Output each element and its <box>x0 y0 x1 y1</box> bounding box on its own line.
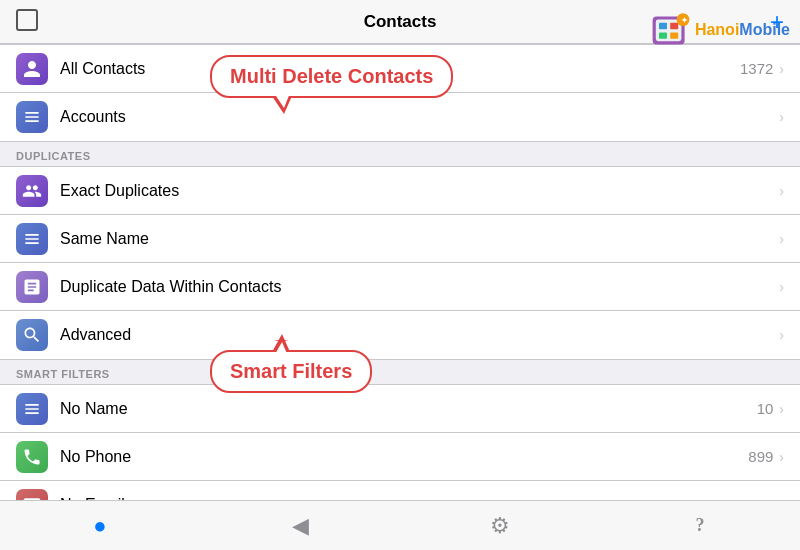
svg-rect-3 <box>670 23 678 29</box>
exact-duplicates-icon <box>16 175 48 207</box>
no-name-count: 10 <box>757 400 774 417</box>
header-title: Contacts <box>364 12 437 32</box>
branding-logo-icon: ✦ <box>651 10 691 50</box>
accounts-chevron: › <box>779 109 784 125</box>
tab-question-icon: ? <box>696 515 705 536</box>
no-phone-item[interactable]: No Phone 899 › <box>0 433 800 481</box>
same-name-label: Same Name <box>60 230 779 248</box>
same-name-icon <box>16 223 48 255</box>
advanced-icon <box>16 319 48 351</box>
tab-back-icon: ◀ <box>292 513 309 539</box>
no-phone-count: 899 <box>748 448 773 465</box>
svg-rect-2 <box>659 23 667 29</box>
tab-gear-icon: ⚙ <box>490 513 510 539</box>
accounts-icon <box>16 101 48 133</box>
exact-duplicates-label: Exact Duplicates <box>60 182 779 200</box>
tab-gear[interactable]: ⚙ <box>400 501 600 550</box>
svg-text:✦: ✦ <box>680 16 687 25</box>
smart-filters-section-header: SMART FILTERS <box>0 360 800 384</box>
tab-question[interactable]: ? <box>600 501 800 550</box>
tab-back[interactable]: ◀ <box>200 501 400 550</box>
duplicate-data-icon <box>16 271 48 303</box>
advanced-chevron: › <box>779 327 784 343</box>
smart-filters-callout: Smart Filters <box>210 350 372 393</box>
svg-rect-5 <box>670 32 678 38</box>
tab-circle-icon: ● <box>93 513 106 539</box>
same-name-item[interactable]: Same Name › <box>0 215 800 263</box>
branding: ✦ HanoiMobile <box>651 10 790 50</box>
all-contacts-chevron: › <box>779 61 784 77</box>
exact-duplicates-chevron: › <box>779 183 784 199</box>
exact-duplicates-item[interactable]: Exact Duplicates › <box>0 167 800 215</box>
no-name-chevron: › <box>779 401 784 417</box>
advanced-label: Advanced <box>60 326 779 344</box>
same-name-chevron: › <box>779 231 784 247</box>
no-phone-chevron: › <box>779 449 784 465</box>
multi-delete-callout: Multi Delete Contacts <box>210 55 453 98</box>
tab-circle[interactable]: ● <box>0 501 200 550</box>
accounts-label: Accounts <box>60 108 779 126</box>
no-phone-label: No Phone <box>60 448 748 466</box>
svg-rect-4 <box>659 32 667 38</box>
advanced-item[interactable]: Advanced › <box>0 311 800 359</box>
square-icon <box>16 9 38 31</box>
accounts-item[interactable]: Accounts › <box>0 93 800 141</box>
no-phone-icon <box>16 441 48 473</box>
duplicate-data-label: Duplicate Data Within Contacts <box>60 278 779 296</box>
header-left-icon <box>16 9 56 35</box>
no-name-item[interactable]: No Name 10 › <box>0 385 800 433</box>
no-name-label: No Name <box>60 400 757 418</box>
tab-bar: ● ◀ ⚙ ? <box>0 500 800 550</box>
branding-text: HanoiMobile <box>695 21 790 39</box>
all-contacts-icon <box>16 53 48 85</box>
duplicate-data-chevron: › <box>779 279 784 295</box>
no-name-icon <box>16 393 48 425</box>
duplicates-section-header: DUPLICATES <box>0 142 800 166</box>
duplicates-list-group: Exact Duplicates › Same Name › Duplicate… <box>0 166 800 360</box>
duplicate-data-item[interactable]: Duplicate Data Within Contacts › <box>0 263 800 311</box>
all-contacts-count: 1372 <box>740 60 773 77</box>
